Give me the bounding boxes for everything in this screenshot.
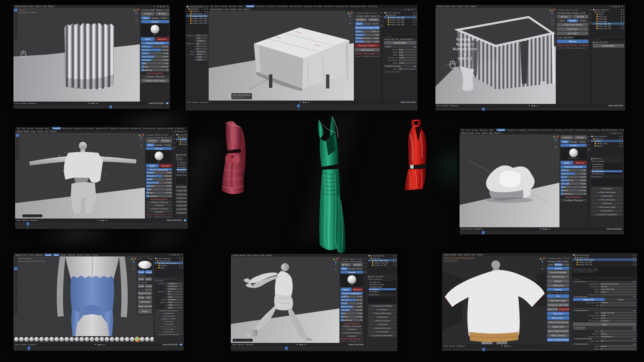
outliner-row-scene-collection[interactable]: Scene Collection● ● (384, 11, 417, 14)
timeline[interactable]: ViewMarkerPlayback⏮ ◀ ▶ ⏭Start 1 End 250… (15, 219, 188, 229)
outliner-row-collection-001[interactable]: Collection 001● ● (573, 256, 637, 258)
menu-object[interactable]: Object (50, 130, 56, 132)
button-play[interactable]: ▶ Play (340, 263, 352, 266)
button-stop[interactable]: ✖ Stop (574, 135, 587, 139)
frame-range-fields[interactable]: Start 1 End 250 (606, 228, 623, 230)
playhead[interactable] (482, 231, 485, 234)
playback-controls[interactable]: ⏮ ◀ ▶ ⏭ (300, 101, 310, 104)
viewport-3d[interactable]: User Perspective(1) male_adult_muscle_d … (13, 256, 154, 336)
button-face-orientation[interactable]: Face Orientation (547, 270, 569, 274)
menu-add[interactable]: Add (489, 132, 493, 134)
collapsed-section-quality[interactable]: ▸ Quality (146, 210, 172, 213)
collapsed-section-animation[interactable]: ▸ Animation (368, 330, 396, 333)
menu-object-mode[interactable]: Object Mode (232, 254, 245, 256)
menu-items[interactable]: Object ModeViewSelectAddObject (210, 8, 251, 10)
tab-pin-system[interactable]: Pin System (562, 263, 569, 266)
outliner-row-collection[interactable]: Collection● ● (176, 136, 187, 138)
button-auto-sew-loops[interactable]: Auto Sew Loops (547, 299, 569, 302)
menu-marker[interactable]: Marker (20, 102, 27, 104)
collapsed-section-inflate-pressure[interactable]: ▸ Inflate / Pressure (560, 199, 587, 202)
playback-controls[interactable]: ⏮ ◀ ▶ ⏭ (95, 344, 105, 346)
menu-add[interactable]: Add (260, 254, 264, 256)
matcap-thumbnail-27[interactable] (150, 337, 154, 342)
timeline-menus[interactable]: ViewMarkerPlayback (437, 105, 460, 107)
outliner-row-scene-collection[interactable]: Scene Collection● ● (186, 5, 208, 8)
outliner-row-collection[interactable]: Collection● ● (186, 8, 208, 10)
menu-select[interactable]: Select (481, 132, 488, 134)
menu-layout[interactable]: Layout (52, 127, 61, 129)
tab-start[interactable]: Start (560, 140, 569, 143)
slider-strength[interactable]: Strength50.00 (340, 309, 363, 311)
menu-file[interactable]: File (17, 127, 20, 129)
outliner-row-camera[interactable]: Camera● ● (186, 10, 208, 12)
menu-texture[interactable]: Texture (68, 254, 75, 256)
outliner-row-scene-collection[interactable]: Scene Collection● ● (176, 133, 187, 136)
timeline-menus[interactable]: ViewMarkerPlayback (15, 344, 38, 346)
list-item-simplystrength[interactable]: SimplyStrength (369, 286, 396, 288)
panel-title[interactable]: ▸ Simply Tear | 1.0.17 (557, 9, 588, 11)
menu-items[interactable]: Object ModeViewSelectAddObject (15, 5, 56, 7)
menu-view[interactable]: View (15, 344, 19, 346)
button-smooth[interactable]: Smooth (145, 270, 152, 274)
section-header-physics-properties[interactable]: Physics Properties (141, 42, 169, 45)
navigation-gizmo[interactable]: ⌕✥ (540, 257, 545, 270)
menu-playback[interactable]: Playback (28, 102, 37, 104)
slider-thickness-outer[interactable]: Thickness Outer0.004 (355, 40, 380, 43)
cloth-preset-preview[interactable]: Silk (340, 274, 363, 287)
button-stop[interactable]: ✖ Stop (352, 263, 363, 266)
navigation-gizmo[interactable]: ⌕✥▢ (549, 9, 555, 25)
menu-view[interactable]: View (31, 130, 36, 132)
menu-file[interactable]: File (461, 129, 465, 131)
button-wireframe[interactable]: Wireframe (547, 284, 569, 287)
tab-start[interactable]: Start (355, 22, 363, 25)
menu-items[interactable]: Weight PaintViewWeightsDrawBlurBrushText… (15, 254, 100, 256)
slider-thickness-inner[interactable]: Thickness Inner0.001 (355, 37, 380, 40)
prop-repeat[interactable]: Repeat2 (573, 348, 636, 350)
menu-render[interactable]: Render (27, 127, 34, 129)
button-expand-last-selection[interactable]: Expand Last Selection (138, 291, 152, 295)
menu-object-mode[interactable]: Object Mode (444, 253, 457, 256)
menu-object-mode[interactable]: Object Mode (437, 5, 450, 7)
list-item-simplypinmax[interactable]: SimplyPinMax (176, 169, 186, 171)
button-armature[interactable]: Armature (138, 300, 152, 304)
tab-design[interactable]: Design (150, 16, 160, 19)
button-add-modifier[interactable]: Add Modifier (384, 41, 417, 45)
menu-select[interactable]: Select (37, 130, 43, 132)
matcap-thumbnail-22[interactable] (125, 337, 129, 342)
menu-view[interactable]: View (443, 345, 448, 347)
timeline-ruler[interactable] (13, 105, 170, 108)
outliner-row-simply-cloth-004[interactable]: simply_cloth_004● ● (186, 22, 208, 24)
matcap-thumbnail-21[interactable] (120, 337, 124, 342)
navigation-gizmo[interactable]: ⌕✥ (333, 258, 338, 270)
matcap-thumbnail-2[interactable] (24, 337, 29, 342)
modifier-simplyshrink[interactable]: ▾SimplyShrink▣▣ (573, 281, 636, 282)
collapsed-section-color-attributes[interactable]: ▸ Color Attributes (368, 312, 396, 315)
sidebar-tabs[interactable]: ItemToolViewSimply Addons (381, 11, 383, 101)
collapsed-section-quality[interactable]: ▸ Quality (340, 335, 363, 337)
frame-range-fields[interactable]: Start 1 End 250 (162, 344, 178, 346)
button-pause[interactable]: ⏸ Pause (560, 135, 573, 139)
prop-inside-thickness[interactable]: Inside Thickness-0.005 m (573, 302, 636, 304)
menu-object-mode[interactable]: Object Mode (210, 8, 223, 10)
matcap-thumbnail-10[interactable] (64, 337, 69, 342)
viewport-3d[interactable]: ⌕✥ (460, 134, 559, 227)
outliner-row-collection[interactable]: Collection● ● (368, 257, 397, 259)
button-select-similar[interactable]: Select Similar (547, 307, 558, 311)
menu-texture-paint[interactable]: Texture Paint (95, 127, 108, 129)
menu-geometry-nodes[interactable]: Geometry Nodes (601, 129, 618, 131)
timeline-ruler[interactable] (231, 346, 366, 349)
outliner-row-simply-cloth[interactable]: simply_cloth● ● (176, 140, 187, 143)
outliner-row-cube-frame[interactable]: Cube_Frame● ● (186, 12, 208, 15)
prop-z[interactable]: Z1.300 (155, 307, 183, 309)
outliner-row-male-cloth-simply[interactable]: male_cloth_simply● ● (573, 258, 637, 261)
prop-interpolation[interactable]: Interpolation1.000 (573, 314, 636, 316)
tab-start[interactable]: Start (557, 19, 567, 22)
panel-title[interactable]: ▾ Simply Cloth Studio | 1.6.6 (557, 12, 588, 14)
prop-mode[interactable]: ModeXYZ Euler (186, 51, 208, 53)
frame-range-fields[interactable]: Start 1 End 250 (400, 101, 416, 103)
list-item-simplydensity[interactable]: SimplyDensity (591, 173, 623, 175)
collapsed-section-attributes[interactable]: ▸ Attributes (591, 194, 623, 197)
slider-friction[interactable]: Friction5.00 (355, 34, 380, 36)
play-button[interactable]: ▶ (180, 344, 182, 346)
menu-select[interactable]: Select (230, 8, 237, 10)
